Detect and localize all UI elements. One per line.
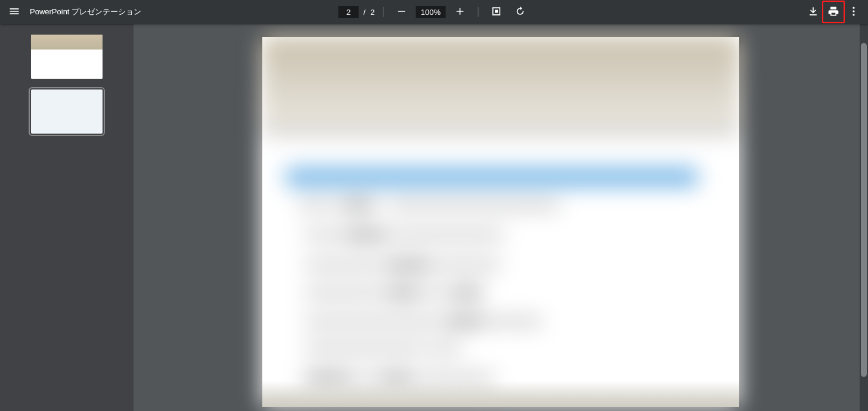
workspace bbox=[0, 24, 868, 411]
zoom-level-input[interactable] bbox=[416, 6, 445, 18]
separator bbox=[383, 7, 383, 17]
page-total: 2 bbox=[370, 8, 374, 17]
thumbnail-sidebar bbox=[0, 24, 134, 411]
print-button[interactable] bbox=[824, 2, 843, 21]
menu-icon bbox=[8, 5, 20, 19]
vertical-scrollbar-thumb[interactable] bbox=[861, 43, 867, 377]
page-2 bbox=[262, 37, 739, 407]
toolbar: PowerPoint プレゼンテーション / 2 bbox=[0, 0, 868, 24]
print-icon bbox=[827, 5, 839, 19]
zoom-in-button[interactable] bbox=[450, 2, 469, 21]
fit-page-button[interactable] bbox=[486, 2, 506, 21]
page-number-input[interactable] bbox=[339, 6, 359, 18]
more-button[interactable] bbox=[844, 2, 863, 21]
page-area[interactable] bbox=[134, 24, 868, 411]
rotate-button[interactable] bbox=[510, 2, 529, 21]
vertical-scrollbar[interactable] bbox=[860, 24, 868, 411]
download-button[interactable] bbox=[804, 2, 823, 21]
zoom-out-button[interactable] bbox=[392, 2, 411, 21]
thumbnail-2[interactable] bbox=[31, 89, 103, 134]
more-icon bbox=[848, 5, 860, 19]
fit-page-icon bbox=[490, 5, 502, 19]
rotate-icon bbox=[514, 5, 526, 19]
download-icon bbox=[807, 5, 819, 19]
page-bottom-edge bbox=[262, 381, 739, 407]
page-content-blurred bbox=[262, 37, 739, 407]
thumbnail-1[interactable] bbox=[31, 35, 103, 79]
separator bbox=[478, 7, 478, 17]
zoom-out-icon bbox=[395, 5, 407, 19]
page-separator: / bbox=[364, 8, 366, 17]
zoom-in-icon bbox=[454, 5, 466, 19]
menu-button[interactable] bbox=[5, 2, 24, 21]
toolbar-center: / 2 bbox=[339, 0, 530, 24]
document-title: PowerPoint プレゼンテーション bbox=[30, 7, 141, 17]
